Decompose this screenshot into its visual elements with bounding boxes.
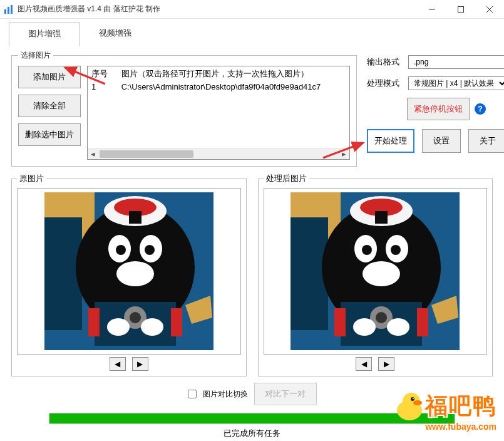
original-image (17, 188, 241, 355)
horizontal-scrollbar[interactable]: ◂ ▸ (88, 148, 349, 159)
app-icon (4, 4, 14, 14)
minimize-button[interactable] (418, 0, 446, 19)
help-stop-icon[interactable]: ? (475, 103, 486, 115)
svg-point-35 (362, 245, 372, 255)
original-next-button[interactable]: ▶ (132, 357, 148, 371)
emergency-stop-button[interactable]: 紧急停机按钮 (407, 98, 470, 120)
list-row-path: C:\Users\Administrator\Desktop\dfa9f04a0… (121, 82, 321, 91)
processed-prev-button[interactable]: ◀ (356, 357, 372, 371)
svg-point-51 (413, 398, 414, 399)
select-image-group: 选择图片 添加图片 清除全部 删除选中图片 序号 图片（双击路径可打开图片，支持… (11, 50, 357, 167)
scroll-right-icon[interactable]: ▸ (339, 149, 349, 159)
processed-legend: 处理后图片 (264, 173, 309, 184)
svg-point-50 (411, 397, 414, 401)
svg-rect-13 (129, 211, 141, 224)
svg-rect-39 (334, 308, 346, 336)
svg-point-36 (391, 245, 401, 255)
scroll-left-icon[interactable]: ◂ (88, 149, 98, 159)
svg-rect-0 (4, 9, 6, 14)
watermark-text: 福吧鸭 (425, 391, 496, 422)
svg-rect-1 (8, 7, 9, 14)
original-legend: 原图片 (17, 173, 46, 184)
titlebar: 图片视频画质增强器 v1.4 由 落红护花 制作 (0, 0, 504, 19)
svg-rect-32 (375, 211, 388, 224)
svg-point-42 (376, 312, 387, 323)
compare-toggle-checkbox[interactable] (188, 390, 197, 398)
compare-label: 图片对比切换 (203, 389, 248, 400)
svg-rect-4 (458, 6, 464, 12)
tab-image-enhance[interactable]: 图片增强 (9, 23, 80, 46)
image-list[interactable]: 序号 图片（双击路径可打开图片，支持一次性拖入图片） 1 C:\Users\Ad… (87, 66, 350, 160)
processed-image-group: 处理后图片 (258, 173, 493, 376)
add-image-button[interactable]: 添加图片 (18, 66, 81, 88)
tab-video-enhance[interactable]: 视频增强 (80, 23, 150, 46)
select-image-legend: 选择图片 (18, 50, 53, 61)
process-mode-select[interactable]: 常规图片 | x4 | 默认效果 (408, 76, 504, 90)
svg-rect-21 (171, 308, 182, 336)
list-header-num: 序号 (91, 68, 119, 81)
svg-point-49 (413, 400, 422, 405)
start-process-button[interactable]: 开始处理 (367, 129, 414, 153)
processed-image (264, 188, 488, 355)
delete-selected-button[interactable]: 删除选中图片 (18, 123, 81, 146)
tabs: 图片增强 视频增强 (0, 19, 504, 46)
svg-point-43 (353, 318, 376, 336)
processed-next-button[interactable]: ▶ (378, 357, 394, 371)
svg-point-16 (116, 245, 126, 255)
about-button[interactable]: 关于 (468, 129, 504, 153)
svg-point-24 (107, 318, 130, 336)
svg-rect-20 (88, 308, 100, 336)
maximize-button[interactable] (446, 0, 475, 19)
output-format-select[interactable]: .png (408, 55, 504, 69)
svg-point-18 (116, 261, 154, 286)
duck-icon (394, 390, 425, 422)
svg-point-25 (141, 318, 163, 336)
window-title: 图片视频画质增强器 v1.4 由 落红护花 制作 (18, 4, 418, 14)
svg-rect-2 (11, 5, 13, 14)
output-format-label: 输出格式 (367, 56, 403, 68)
list-row[interactable]: 1 C:\Users\Administrator\Desktop\dfa9f04… (91, 81, 346, 94)
original-image-group: 原图片 (11, 173, 247, 376)
clear-all-button[interactable]: 清除全部 (18, 95, 81, 117)
list-header-path: 图片（双击路径可打开图片，支持一次性拖入图片） (121, 69, 309, 78)
watermark-url: www.fubaya.com (394, 422, 496, 432)
settings-button[interactable]: 设置 (422, 129, 461, 153)
close-button[interactable] (475, 0, 504, 19)
svg-rect-40 (417, 308, 428, 336)
watermark: 福吧鸭 www.fubaya.com (394, 390, 496, 432)
svg-point-37 (363, 261, 400, 286)
list-row-num: 1 (91, 81, 119, 94)
svg-point-23 (130, 312, 141, 323)
svg-point-44 (387, 318, 409, 336)
svg-point-17 (145, 245, 155, 255)
original-prev-button[interactable]: ◀ (110, 357, 126, 371)
process-mode-label: 处理模式 (367, 78, 403, 89)
compare-next-button: 对比下一对 (254, 383, 317, 405)
